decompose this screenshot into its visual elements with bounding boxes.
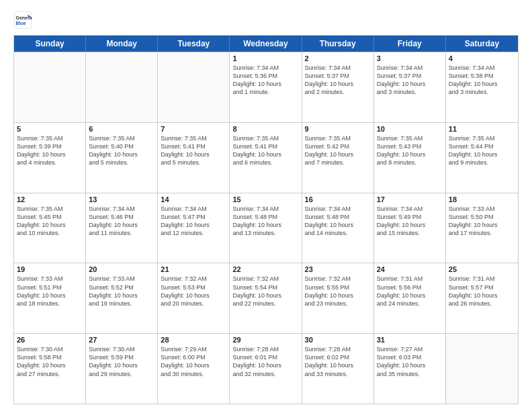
cell-daylight-info: Sunrise: 7:32 AM Sunset: 5:53 PM Dayligh… (161, 275, 226, 308)
cell-daylight-info: Sunrise: 7:34 AM Sunset: 5:48 PM Dayligh… (305, 205, 371, 238)
cell-day-number: 23 (305, 265, 371, 273)
cell-daylight-info: Sunrise: 7:34 AM Sunset: 5:37 PM Dayligh… (377, 64, 443, 97)
calendar-header-cell: Wednesday (230, 36, 302, 52)
cell-day-number: 19 (17, 265, 83, 273)
cell-day-number: 5 (17, 125, 83, 133)
cell-day-number: 3 (377, 54, 443, 62)
cell-day-number: 15 (232, 195, 298, 203)
cell-day-number: 28 (161, 336, 226, 344)
calendar-cell: 20Sunrise: 7:33 AM Sunset: 5:52 PM Dayli… (86, 263, 158, 333)
cell-day-number: 1 (232, 54, 298, 62)
svg-rect-0 (14, 11, 31, 28)
cell-day-number: 9 (305, 125, 371, 133)
cell-day-number: 4 (449, 54, 515, 62)
cell-day-number: 13 (89, 195, 154, 203)
calendar-body: 1Sunrise: 7:34 AM Sunset: 5:36 PM Daylig… (14, 52, 518, 404)
calendar-week-row: 5Sunrise: 7:35 AM Sunset: 5:39 PM Daylig… (14, 122, 518, 193)
calendar-cell (86, 52, 158, 122)
calendar-cell: 10Sunrise: 7:35 AM Sunset: 5:43 PM Dayli… (374, 123, 446, 193)
calendar-cell (446, 334, 518, 404)
calendar-cell: 12Sunrise: 7:35 AM Sunset: 5:45 PM Dayli… (14, 193, 86, 263)
calendar-cell: 16Sunrise: 7:34 AM Sunset: 5:48 PM Dayli… (302, 193, 374, 263)
calendar-header-cell: Tuesday (158, 36, 230, 52)
calendar-header-cell: Friday (374, 36, 446, 52)
page: General Blue SundayMondayTuesdayWednesda… (0, 0, 532, 411)
calendar-week-row: 26Sunrise: 7:30 AM Sunset: 5:58 PM Dayli… (14, 333, 518, 404)
calendar-cell: 23Sunrise: 7:32 AM Sunset: 5:55 PM Dayli… (302, 263, 374, 333)
cell-daylight-info: Sunrise: 7:35 AM Sunset: 5:41 PM Dayligh… (232, 134, 298, 167)
cell-day-number: 25 (449, 265, 515, 273)
calendar-cell: 1Sunrise: 7:34 AM Sunset: 5:36 PM Daylig… (230, 52, 302, 122)
cell-daylight-info: Sunrise: 7:32 AM Sunset: 5:55 PM Dayligh… (305, 275, 371, 308)
cell-daylight-info: Sunrise: 7:30 AM Sunset: 5:58 PM Dayligh… (17, 345, 83, 378)
cell-daylight-info: Sunrise: 7:34 AM Sunset: 5:38 PM Dayligh… (449, 64, 515, 97)
calendar-cell: 19Sunrise: 7:33 AM Sunset: 5:51 PM Dayli… (14, 263, 86, 333)
cell-daylight-info: Sunrise: 7:35 AM Sunset: 5:42 PM Dayligh… (305, 134, 371, 167)
cell-day-number: 30 (305, 336, 371, 344)
cell-day-number: 17 (377, 195, 443, 203)
cell-daylight-info: Sunrise: 7:31 AM Sunset: 5:56 PM Dayligh… (377, 275, 443, 308)
cell-daylight-info: Sunrise: 7:34 AM Sunset: 5:46 PM Dayligh… (89, 205, 154, 238)
calendar-cell: 14Sunrise: 7:34 AM Sunset: 5:47 PM Dayli… (158, 193, 230, 263)
cell-daylight-info: Sunrise: 7:28 AM Sunset: 6:01 PM Dayligh… (232, 345, 298, 378)
calendar-cell: 21Sunrise: 7:32 AM Sunset: 5:53 PM Dayli… (158, 263, 230, 333)
cell-daylight-info: Sunrise: 7:34 AM Sunset: 5:36 PM Dayligh… (232, 64, 298, 97)
cell-day-number: 7 (161, 125, 226, 133)
calendar-cell: 15Sunrise: 7:34 AM Sunset: 5:48 PM Dayli… (230, 193, 302, 263)
calendar-cell: 8Sunrise: 7:35 AM Sunset: 5:41 PM Daylig… (230, 123, 302, 193)
calendar-cell: 31Sunrise: 7:27 AM Sunset: 6:03 PM Dayli… (374, 334, 446, 404)
cell-day-number: 21 (161, 265, 226, 273)
cell-day-number: 29 (232, 336, 298, 344)
cell-daylight-info: Sunrise: 7:34 AM Sunset: 5:48 PM Dayligh… (232, 205, 298, 238)
svg-text:General: General (16, 15, 33, 20)
cell-day-number: 31 (377, 336, 443, 344)
cell-daylight-info: Sunrise: 7:35 AM Sunset: 5:45 PM Dayligh… (17, 205, 83, 238)
cell-daylight-info: Sunrise: 7:28 AM Sunset: 6:02 PM Dayligh… (305, 345, 371, 378)
cell-day-number: 18 (449, 195, 515, 203)
cell-daylight-info: Sunrise: 7:34 AM Sunset: 5:37 PM Dayligh… (305, 64, 371, 97)
cell-daylight-info: Sunrise: 7:35 AM Sunset: 5:41 PM Dayligh… (161, 134, 226, 167)
cell-day-number: 6 (89, 125, 154, 133)
logo-icon: General Blue (13, 11, 32, 30)
calendar-cell (158, 52, 230, 122)
calendar-header-cell: Saturday (446, 36, 518, 52)
cell-daylight-info: Sunrise: 7:32 AM Sunset: 5:54 PM Dayligh… (232, 275, 298, 308)
calendar-cell: 24Sunrise: 7:31 AM Sunset: 5:56 PM Dayli… (374, 263, 446, 333)
header: General Blue (13, 11, 519, 30)
calendar-header-cell: Monday (86, 36, 158, 52)
cell-day-number: 22 (232, 265, 298, 273)
calendar-week-row: 1Sunrise: 7:34 AM Sunset: 5:36 PM Daylig… (14, 52, 518, 122)
cell-day-number: 11 (449, 125, 515, 133)
cell-day-number: 20 (89, 265, 154, 273)
calendar-week-row: 12Sunrise: 7:35 AM Sunset: 5:45 PM Dayli… (14, 193, 518, 263)
cell-daylight-info: Sunrise: 7:35 AM Sunset: 5:43 PM Dayligh… (377, 134, 443, 167)
cell-day-number: 8 (232, 125, 298, 133)
cell-day-number: 12 (17, 195, 83, 203)
calendar-cell: 27Sunrise: 7:30 AM Sunset: 5:59 PM Dayli… (86, 334, 158, 404)
calendar-cell: 11Sunrise: 7:35 AM Sunset: 5:44 PM Dayli… (446, 123, 518, 193)
cell-daylight-info: Sunrise: 7:35 AM Sunset: 5:40 PM Dayligh… (89, 134, 154, 167)
calendar-cell: 4Sunrise: 7:34 AM Sunset: 5:38 PM Daylig… (446, 52, 518, 122)
cell-day-number: 14 (161, 195, 226, 203)
calendar-cell: 29Sunrise: 7:28 AM Sunset: 6:01 PM Dayli… (230, 334, 302, 404)
calendar-cell: 18Sunrise: 7:33 AM Sunset: 5:50 PM Dayli… (446, 193, 518, 263)
calendar-cell: 25Sunrise: 7:31 AM Sunset: 5:57 PM Dayli… (446, 263, 518, 333)
cell-daylight-info: Sunrise: 7:29 AM Sunset: 6:00 PM Dayligh… (161, 345, 226, 378)
calendar-cell: 2Sunrise: 7:34 AM Sunset: 5:37 PM Daylig… (302, 52, 374, 122)
cell-day-number: 16 (305, 195, 371, 203)
cell-daylight-info: Sunrise: 7:34 AM Sunset: 5:49 PM Dayligh… (377, 205, 443, 238)
cell-daylight-info: Sunrise: 7:33 AM Sunset: 5:50 PM Dayligh… (449, 205, 515, 238)
calendar-cell: 6Sunrise: 7:35 AM Sunset: 5:40 PM Daylig… (86, 123, 158, 193)
calendar-week-row: 19Sunrise: 7:33 AM Sunset: 5:51 PM Dayli… (14, 263, 518, 333)
cell-day-number: 10 (377, 125, 443, 133)
calendar-cell: 7Sunrise: 7:35 AM Sunset: 5:41 PM Daylig… (158, 123, 230, 193)
calendar-cell: 28Sunrise: 7:29 AM Sunset: 6:00 PM Dayli… (158, 334, 230, 404)
cell-daylight-info: Sunrise: 7:27 AM Sunset: 6:03 PM Dayligh… (377, 345, 443, 378)
calendar-header-cell: Sunday (14, 36, 86, 52)
cell-day-number: 2 (305, 54, 371, 62)
cell-daylight-info: Sunrise: 7:35 AM Sunset: 5:44 PM Dayligh… (449, 134, 515, 167)
calendar-cell: 30Sunrise: 7:28 AM Sunset: 6:02 PM Dayli… (302, 334, 374, 404)
cell-daylight-info: Sunrise: 7:33 AM Sunset: 5:51 PM Dayligh… (17, 275, 83, 308)
calendar-cell: 9Sunrise: 7:35 AM Sunset: 5:42 PM Daylig… (302, 123, 374, 193)
cell-day-number: 26 (17, 336, 83, 344)
